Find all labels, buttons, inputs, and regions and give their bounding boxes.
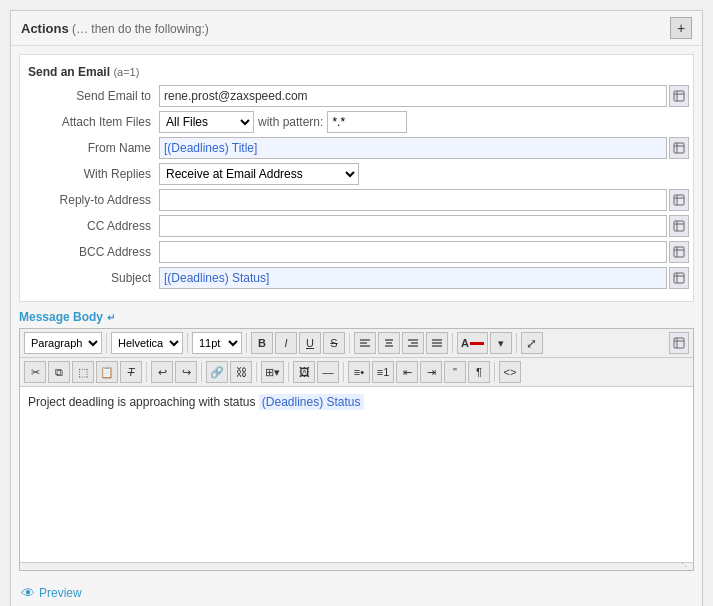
send-email-to-picker-icon[interactable] (669, 85, 689, 107)
align-right-button[interactable] (402, 332, 424, 354)
ordered-list-button[interactable]: ≡1 (372, 361, 394, 383)
color-dropdown-button[interactable]: ▾ (490, 332, 512, 354)
toolbar-row2: ✂ ⧉ ⬚ 📋 T ↩ ↪ 🔗 ⛓ ⊞▾ 🖼 — ≡• ≡1 ⇤ (20, 358, 693, 387)
attach-item-files-row: Attach Item Files All Files No Files Fil… (20, 111, 693, 133)
editor-resize-handle[interactable]: ⋱ (20, 562, 693, 570)
paste-button[interactable]: 📋 (96, 361, 118, 383)
attach-item-files-label: Attach Item Files (24, 115, 159, 129)
cc-address-input[interactable] (159, 215, 667, 237)
link-button[interactable]: 🔗 (206, 361, 228, 383)
copy2-button[interactable]: ⬚ (72, 361, 94, 383)
outdent-button[interactable]: ⇤ (396, 361, 418, 383)
show-blocks-button[interactable]: ¶ (468, 361, 490, 383)
section-title: Send an Email (a=1) (20, 63, 693, 85)
subject-picker-icon[interactable] (669, 267, 689, 289)
font-family-select[interactable]: Helvetica (111, 332, 183, 354)
source-picker-icon[interactable] (669, 332, 689, 354)
source-button[interactable]: <> (499, 361, 521, 383)
attach-files-select[interactable]: All Files No Files Filtered Files (159, 111, 254, 133)
actions-title: Actions (… then do the following:) (21, 21, 209, 36)
pattern-input[interactable] (327, 111, 407, 133)
hr-button[interactable]: — (317, 361, 339, 383)
bcc-picker-icon[interactable] (669, 241, 689, 263)
italic-button[interactable]: I (275, 332, 297, 354)
align-left-button[interactable] (354, 332, 376, 354)
preview-row[interactable]: 👁 Preview (11, 579, 702, 606)
reply-to-address-row: Reply-to Address (20, 189, 693, 211)
editor-static-text: Project deadling is approaching with sta… (28, 395, 255, 409)
fullscreen-button[interactable]: ⤢ (521, 332, 543, 354)
font-size-select[interactable]: 11pt (192, 332, 242, 354)
svg-rect-15 (674, 273, 684, 283)
font-color-button[interactable]: A (457, 332, 488, 354)
with-replies-select[interactable]: Receive at Email Address Do Not Receive (159, 163, 359, 185)
message-body-title: Message Body (19, 310, 103, 324)
attach-row: All Files No Files Filtered Files with p… (159, 111, 407, 133)
preview-eye-icon: 👁 (21, 585, 35, 601)
bcc-address-label: BCC Address (24, 245, 159, 259)
actions-subtitle: (… then do the following:) (72, 22, 209, 36)
indent-button[interactable]: ⇥ (420, 361, 442, 383)
cc-address-row: CC Address (20, 215, 693, 237)
svg-rect-30 (674, 338, 684, 348)
with-replies-label: With Replies (24, 167, 159, 181)
table-button[interactable]: ⊞▾ (261, 361, 284, 383)
message-body-label: Message Body ↵ (19, 310, 694, 324)
message-body-section: Message Body ↵ Paragraph Helvetica 11pt … (19, 310, 694, 571)
toolbar-divider12 (494, 362, 495, 382)
subject-input[interactable] (159, 267, 667, 289)
svg-rect-12 (674, 247, 684, 257)
subject-label: Subject (24, 271, 159, 285)
svg-rect-0 (674, 91, 684, 101)
toolbar-divider10 (288, 362, 289, 382)
add-action-button[interactable]: + (670, 17, 692, 39)
with-replies-controls: Receive at Email Address Do Not Receive (159, 163, 359, 185)
unlink-button[interactable]: ⛓ (230, 361, 252, 383)
preview-label[interactable]: Preview (39, 586, 82, 600)
underline-button[interactable]: U (299, 332, 321, 354)
toolbar-divider9 (256, 362, 257, 382)
toolbar-divider5 (452, 333, 453, 353)
editor-content[interactable]: Project deadling is approaching with sta… (20, 387, 693, 562)
section-title-text: Send an Email (28, 65, 110, 79)
send-email-to-input[interactable] (159, 85, 667, 107)
from-name-input[interactable] (159, 137, 667, 159)
toolbar-divider4 (349, 333, 350, 353)
send-email-to-row: Send Email to (20, 85, 693, 107)
toolbar-divider2 (187, 333, 188, 353)
align-justify-button[interactable] (426, 332, 448, 354)
with-replies-row: With Replies Receive at Email Address Do… (20, 163, 693, 185)
undo-button[interactable]: ↩ (151, 361, 173, 383)
editor-token: (Deadlines) Status (259, 394, 364, 410)
subject-row: Subject (20, 267, 693, 289)
actions-container: Actions (… then do the following:) + Sen… (10, 10, 703, 606)
bold-button[interactable]: B (251, 332, 273, 354)
toolbar-divider1 (106, 333, 107, 353)
from-name-label: From Name (24, 141, 159, 155)
svg-rect-9 (674, 221, 684, 231)
send-email-section: Send an Email (a=1) Send Email to Attach… (19, 54, 694, 302)
cc-picker-icon[interactable] (669, 215, 689, 237)
copy-button[interactable]: ⧉ (48, 361, 70, 383)
actions-title-text: Actions (21, 21, 69, 36)
unordered-list-button[interactable]: ≡• (348, 361, 370, 383)
editor-wrapper: Paragraph Helvetica 11pt B I U S (19, 328, 694, 571)
reply-to-address-input[interactable] (159, 189, 667, 211)
cut-button[interactable]: ✂ (24, 361, 46, 383)
reply-to-picker-icon[interactable] (669, 189, 689, 211)
paragraph-style-select[interactable]: Paragraph (24, 332, 102, 354)
image-button[interactable]: 🖼 (293, 361, 315, 383)
section-badge: (a=1) (113, 66, 139, 78)
svg-rect-3 (674, 143, 684, 153)
strikethrough-button[interactable]: S (323, 332, 345, 354)
redo-button[interactable]: ↪ (175, 361, 197, 383)
toolbar-row1: Paragraph Helvetica 11pt B I U S (20, 329, 693, 358)
clear-format-button[interactable]: T (120, 361, 142, 383)
from-name-picker-icon[interactable] (669, 137, 689, 159)
align-center-button[interactable] (378, 332, 400, 354)
blockquote-button[interactable]: " (444, 361, 466, 383)
toolbar-divider7 (146, 362, 147, 382)
toolbar-divider3 (246, 333, 247, 353)
from-name-row: From Name (20, 137, 693, 159)
bcc-address-input[interactable] (159, 241, 667, 263)
